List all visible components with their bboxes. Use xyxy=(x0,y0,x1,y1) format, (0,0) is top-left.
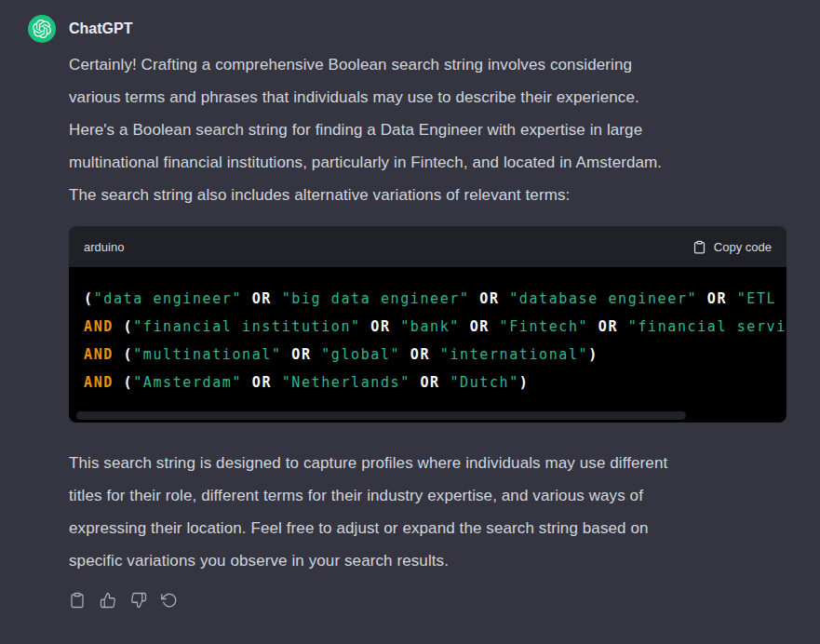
openai-logo-icon xyxy=(33,20,51,38)
paragraph-outro: This search string is designed to captur… xyxy=(69,447,786,577)
thumbs-up-icon xyxy=(100,592,116,609)
scrollbar-thumb[interactable] xyxy=(76,411,686,420)
code-header: arduino Copy code xyxy=(69,226,786,267)
copy-code-button[interactable]: Copy code xyxy=(692,240,772,254)
message-actions xyxy=(69,592,786,609)
thumbs-up-button[interactable] xyxy=(100,592,116,609)
chatgpt-avatar xyxy=(28,15,56,43)
regenerate-button[interactable] xyxy=(161,592,178,609)
assistant-message: ChatGPT Certainly! Crafting a comprehens… xyxy=(0,0,820,609)
copy-icon xyxy=(69,592,86,609)
clipboard-icon xyxy=(692,240,706,254)
copy-response-button[interactable] xyxy=(69,592,86,609)
code-language-label: arduino xyxy=(84,240,124,254)
message-body: Certainly! Crafting a comprehensive Bool… xyxy=(69,48,786,609)
thumbs-down-button[interactable] xyxy=(130,592,147,609)
paragraph-intro: Certainly! Crafting a comprehensive Bool… xyxy=(69,48,786,211)
message-header: ChatGPT xyxy=(28,15,786,43)
code-content: ("data engineer" OR "big data engineer" … xyxy=(69,267,786,423)
copy-code-label: Copy code xyxy=(714,240,772,254)
code-block: arduino Copy code ("data engineer" OR "b… xyxy=(69,226,786,423)
horizontal-scrollbar[interactable] xyxy=(69,410,786,423)
thumbs-down-icon xyxy=(130,592,147,609)
author-name: ChatGPT xyxy=(69,20,132,37)
code-lines: ("data engineer" OR "big data engineer" … xyxy=(84,285,772,396)
regenerate-icon xyxy=(161,592,178,609)
